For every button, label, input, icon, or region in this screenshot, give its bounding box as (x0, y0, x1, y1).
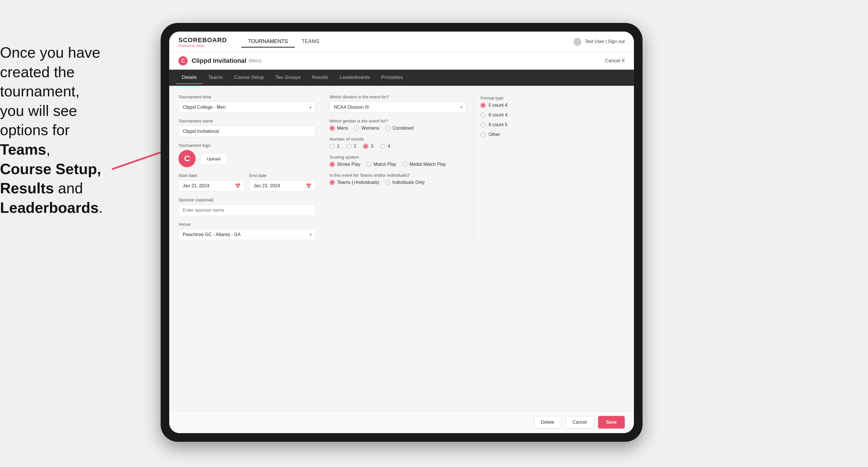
format-other-label: Other (489, 132, 500, 137)
instruction-line5: options for (0, 122, 70, 138)
upload-button[interactable]: Upload (200, 153, 227, 164)
venue-select[interactable]: Peachtree GC - Atlanta - GA (179, 229, 315, 240)
format-other-option[interactable]: Other (480, 132, 500, 137)
teams-plus-individuals-radio[interactable] (330, 180, 335, 185)
rounds-2-radio[interactable] (346, 144, 352, 149)
tablet-screen: SCOREBOARD Powered by clippd TOURNAMENTS… (169, 32, 634, 433)
user-label[interactable]: Test User | Sign out (585, 39, 625, 44)
instruction-period: . (99, 199, 103, 216)
format-5count4-option[interactable]: 5 count 4 (480, 103, 625, 108)
logo-area: SCOREBOARD Powered by clippd (179, 36, 227, 47)
instruction-block: Once you have created the tournament, yo… (0, 43, 121, 217)
scoring-match-option[interactable]: Match Play (366, 162, 396, 167)
format-6count4-label: 6 count 4 (489, 113, 507, 118)
rounds-2-option[interactable]: 2 (346, 144, 356, 149)
instruction-line4: you will see (0, 102, 77, 119)
instruction-line3: tournament, (0, 83, 80, 99)
nav-tournaments[interactable]: TOURNAMENTS (241, 36, 295, 48)
tab-tee-groups[interactable]: Tee Groups (270, 72, 306, 84)
logo-upload-area: C Upload (179, 150, 315, 167)
tab-results[interactable]: Results (306, 72, 334, 84)
rounds-4-option[interactable]: 4 (380, 144, 390, 149)
end-date-label: End date (249, 173, 315, 178)
bottom-action-bar: Delete Cancel Save (169, 411, 634, 433)
instruction-results: Results (0, 180, 54, 196)
instruction-line2: created the (0, 64, 74, 80)
gender-womens-option[interactable]: Womens (354, 126, 379, 131)
scoring-match-radio[interactable] (366, 162, 371, 167)
scoring-radio-group: Stroke Play Match Play Medal Match Play (330, 162, 467, 167)
tab-course-setup[interactable]: Course Setup (228, 72, 270, 84)
individuals-only-option[interactable]: Individuals Only (385, 180, 425, 185)
start-date-label: Start date (179, 173, 245, 178)
date-row: Start date 📅 End date 📅 (179, 173, 315, 192)
rounds-1-radio[interactable] (330, 144, 335, 149)
rounds-3-radio[interactable] (363, 144, 368, 149)
start-date-calendar-icon: 📅 (235, 183, 241, 189)
instruction-and: and (54, 180, 83, 196)
teams-radio-group: Teams (+Individuals) Individuals Only (330, 180, 467, 185)
user-area: Test User | Sign out (574, 38, 625, 46)
tab-teams[interactable]: Teams (203, 72, 228, 84)
teams-plus-individuals-label: Teams (+Individuals) (337, 180, 379, 185)
format-6count4-radio[interactable] (480, 113, 486, 118)
individuals-only-radio[interactable] (385, 180, 390, 185)
tab-leaderboards[interactable]: Leaderboards (334, 72, 376, 84)
cancel-top-button[interactable]: Cancel X (605, 58, 625, 64)
form-column-3: Format type 5 count 4 6 count 4 6 count … (480, 94, 625, 246)
scoring-medal-match-option[interactable]: Medal Match Play (402, 162, 446, 167)
gender-womens-radio[interactable] (354, 126, 359, 131)
rounds-3-option[interactable]: 3 (363, 144, 373, 149)
scoring-medal-match-radio[interactable] (402, 162, 407, 167)
gender-combined-radio[interactable] (385, 126, 391, 131)
tab-details[interactable]: Details (176, 72, 203, 84)
rounds-4-radio[interactable] (380, 144, 385, 149)
scoring-stroke-radio[interactable] (330, 162, 335, 167)
tournament-title: Clippd Invitational (192, 57, 246, 65)
format-label: Format type (480, 96, 625, 100)
tournament-header: C Clippd Invitational (Men) Cancel X (169, 52, 634, 70)
scoring-stroke-option[interactable]: Stroke Play (330, 162, 361, 167)
scoring-stroke-label: Stroke Play (337, 162, 361, 167)
sponsor-field: Sponsor (optional) (179, 197, 315, 216)
tournament-host-field: Tournament Host Clippd College - Men ▾ (179, 94, 315, 113)
format-6count5-label: 6 count 5 (489, 122, 507, 127)
delete-button[interactable]: Delete (534, 416, 561, 429)
tournament-host-select[interactable]: Clippd College - Men (179, 101, 315, 113)
gender-womens-label: Womens (362, 126, 379, 131)
sponsor-label: Sponsor (optional) (179, 197, 315, 202)
gender-mens-radio[interactable] (330, 126, 335, 131)
division-label: Which division is the event for? (330, 94, 467, 99)
rounds-1-option[interactable]: 1 (330, 144, 340, 149)
tab-printables[interactable]: Printables (376, 72, 409, 84)
format-other-radio[interactable] (480, 132, 486, 137)
format-6count5-option[interactable]: 6 count 5 (480, 122, 625, 127)
format-5count4-label: 5 count 4 (489, 103, 507, 108)
rounds-1-label: 1 (337, 144, 340, 149)
division-field: Which division is the event for? NCAA Di… (330, 94, 467, 113)
save-button[interactable]: Save (598, 416, 625, 429)
individuals-only-label: Individuals Only (393, 180, 425, 185)
start-date-wrapper: 📅 (179, 180, 245, 192)
format-6count4-option[interactable]: 6 count 4 (480, 113, 625, 118)
division-select[interactable]: NCAA Division III (330, 101, 467, 113)
teams-label: Is this event for Teams and/or Individua… (330, 173, 467, 178)
gender-mens-option[interactable]: Mens (330, 126, 348, 131)
tablet-device: SCOREBOARD Powered by clippd TOURNAMENTS… (161, 23, 643, 442)
sponsor-input[interactable] (179, 205, 315, 216)
teams-plus-individuals-option[interactable]: Teams (+Individuals) (330, 180, 379, 185)
logo-sub-text: Powered by clippd (179, 44, 227, 47)
form-grid: Tournament Host Clippd College - Men ▾ T… (179, 94, 625, 246)
instruction-teams: Teams (0, 141, 46, 158)
gender-combined-option[interactable]: Combined (385, 126, 414, 131)
tournament-name-input[interactable] (179, 126, 315, 137)
nav-teams[interactable]: TEAMS (295, 36, 327, 48)
scoring-match-label: Match Play (373, 162, 396, 167)
format-5count4-radio[interactable] (480, 103, 486, 108)
venue-select-wrapper: Peachtree GC - Atlanta - GA ▾ (179, 229, 315, 240)
start-date-field: Start date 📅 (179, 173, 245, 192)
format-6count5-radio[interactable] (480, 122, 486, 127)
nav-links: TOURNAMENTS TEAMS (241, 36, 327, 48)
gender-field: Which gender is the event for? Mens Wome… (330, 119, 467, 131)
cancel-button[interactable]: Cancel (565, 416, 594, 429)
